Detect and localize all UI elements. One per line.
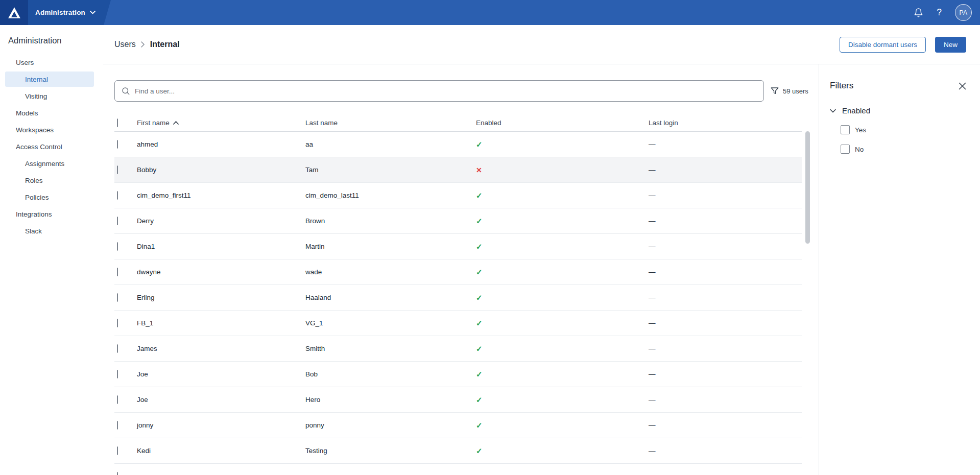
filter-option-no: No — [841, 145, 966, 154]
cell-first-name: Bobby — [137, 166, 305, 174]
table-row[interactable]: Dina1 Martin ✓ — — [114, 234, 802, 259]
row-checkbox[interactable] — [117, 370, 118, 378]
enabled-status-icon: ✓ — [476, 140, 483, 149]
table-header-row: First name Last name Enabled Last login — [114, 114, 802, 132]
chevron-down-icon — [90, 11, 95, 14]
cell-first-name: dwayne — [137, 268, 305, 276]
column-label: First name — [137, 119, 170, 127]
search-input[interactable] — [135, 87, 757, 95]
filter-section-enabled[interactable]: Enabled — [830, 106, 966, 115]
users-main-column: 59 users First name — [103, 64, 819, 475]
cell-first-name: cim_demo_first11 — [137, 192, 305, 199]
sidebar-item-internal[interactable]: Internal — [5, 72, 94, 87]
close-filters-icon[interactable] — [959, 82, 966, 90]
sidebar-item-integrations[interactable]: Integrations — [5, 206, 94, 222]
table-row[interactable]: cim_demo_first11 cim_demo_last11 ✓ — — [114, 183, 802, 208]
table-row[interactable]: Bobby Tam ✕ — — [114, 157, 802, 183]
cell-first-name: Joe — [137, 396, 305, 403]
column-header-last-login[interactable]: Last login — [649, 119, 802, 127]
breadcrumb-separator-icon — [141, 41, 145, 48]
enabled-status-icon: ✓ — [476, 191, 483, 200]
filter-option-checkbox[interactable] — [841, 125, 850, 134]
cell-last-login: — — [649, 319, 802, 327]
column-header-last-name[interactable]: Last name — [305, 119, 476, 127]
cell-last-login: — — [649, 166, 802, 174]
cell-last-name: Martin — [305, 243, 476, 250]
cell-last-login: — — [649, 294, 802, 301]
row-checkbox[interactable] — [117, 446, 118, 455]
disable-dormant-users-button[interactable]: Disable dormant users — [840, 37, 926, 53]
table-row[interactable]: Erling Haaland ✓ — — [114, 285, 802, 311]
cell-last-login: — — [649, 345, 802, 352]
row-checkbox[interactable] — [117, 268, 118, 276]
sidebar-item-roles[interactable]: Roles — [5, 173, 94, 188]
cell-first-name: Derry — [137, 217, 305, 225]
row-checkbox[interactable] — [117, 165, 118, 174]
table-row[interactable]: James Smitth ✓ — — [114, 336, 802, 362]
sidebar-item-label: Integrations — [16, 210, 52, 218]
cell-last-login: — — [649, 268, 802, 276]
table-row[interactable]: Joe Hero ✓ — — [114, 387, 802, 413]
sidebar-item-access-control[interactable]: Access Control — [5, 139, 94, 154]
row-checkbox[interactable] — [117, 421, 118, 430]
sidebar-item-assignments[interactable]: Assignments — [5, 156, 94, 171]
table-row[interactable]: FB_1 VG_1 ✓ — — [114, 311, 802, 336]
table-row[interactable]: Kedi Testing ✓ — — [114, 438, 802, 464]
filters-title: Filters — [830, 81, 853, 91]
table-row[interactable]: ahmed aa ✓ — — [114, 132, 802, 157]
filter-option-label: Yes — [855, 126, 866, 134]
row-checkbox[interactable] — [117, 344, 118, 353]
cell-last-name: Testing — [305, 447, 476, 455]
user-avatar[interactable]: PA — [955, 4, 972, 21]
breadcrumb-parent[interactable]: Users — [114, 40, 136, 49]
breadcrumb: Users Internal — [114, 40, 180, 49]
enabled-status-icon: ✕ — [476, 166, 482, 174]
help-glyph: ? — [937, 7, 942, 18]
cell-first-name: Dina1 — [137, 243, 305, 250]
select-all-checkbox[interactable] — [117, 118, 118, 127]
notifications-bell-icon[interactable] — [914, 8, 923, 18]
column-header-first-name[interactable]: First name — [137, 119, 305, 127]
cell-first-name: Kedi — [137, 447, 305, 455]
column-header-enabled[interactable]: Enabled — [476, 119, 649, 127]
page-header: Users Internal Disable dormant users New — [103, 25, 980, 64]
breadcrumb-current: Internal — [150, 40, 180, 49]
sidebar-item-models[interactable]: Models — [5, 105, 94, 121]
row-checkbox[interactable] — [117, 395, 118, 404]
app-switcher[interactable]: Administration — [0, 0, 111, 25]
sidebar-item-workspaces[interactable]: Workspaces — [5, 122, 94, 137]
filter-funnel-icon[interactable] — [770, 86, 779, 96]
row-checkbox[interactable] — [117, 242, 118, 251]
content-area: Administration Users Internal Visiting M… — [0, 25, 980, 475]
user-count-label: 59 users — [783, 87, 808, 95]
cell-last-login: — — [649, 192, 802, 199]
table-row[interactable]: Joe Bob ✓ — — [114, 362, 802, 387]
help-icon[interactable]: ? — [937, 7, 942, 18]
cell-first-name: jonny — [137, 421, 305, 429]
table-row[interactable]: Derry Brown ✓ — — [114, 208, 802, 234]
table-row[interactable]: dwayne wade ✓ — — [114, 259, 802, 285]
table-scrollbar-thumb[interactable] — [805, 131, 810, 244]
row-checkbox[interactable] — [117, 293, 118, 302]
table-row[interactable]: jonny ponny ✓ — — [114, 413, 802, 438]
app-switcher-label: Administration — [35, 9, 85, 16]
row-checkbox[interactable] — [117, 319, 118, 327]
enabled-status-icon: ✓ — [476, 268, 483, 276]
cell-first-name: Joe — [137, 370, 305, 378]
row-checkbox[interactable] — [117, 140, 118, 149]
row-checkbox[interactable] — [117, 217, 118, 225]
main-region: Users Internal Disable dormant users New — [103, 25, 980, 475]
sidebar-item-users[interactable]: Users — [5, 55, 94, 70]
enabled-status-icon: ✓ — [476, 446, 483, 455]
row-checkbox[interactable] — [117, 472, 118, 475]
new-user-button[interactable]: New — [935, 37, 966, 53]
table-row[interactable] — [114, 464, 802, 475]
sidebar-item-slack[interactable]: Slack — [5, 223, 94, 239]
row-checkbox[interactable] — [117, 191, 118, 200]
filter-option-checkbox[interactable] — [841, 145, 850, 154]
sidebar-item-policies[interactable]: Policies — [5, 189, 94, 205]
topbar-actions: ? PA — [914, 4, 980, 21]
sidebar-item-visiting[interactable]: Visiting — [5, 88, 94, 104]
sidebar-item-label: Workspaces — [16, 126, 54, 134]
sidebar-item-label: Assignments — [25, 160, 64, 168]
